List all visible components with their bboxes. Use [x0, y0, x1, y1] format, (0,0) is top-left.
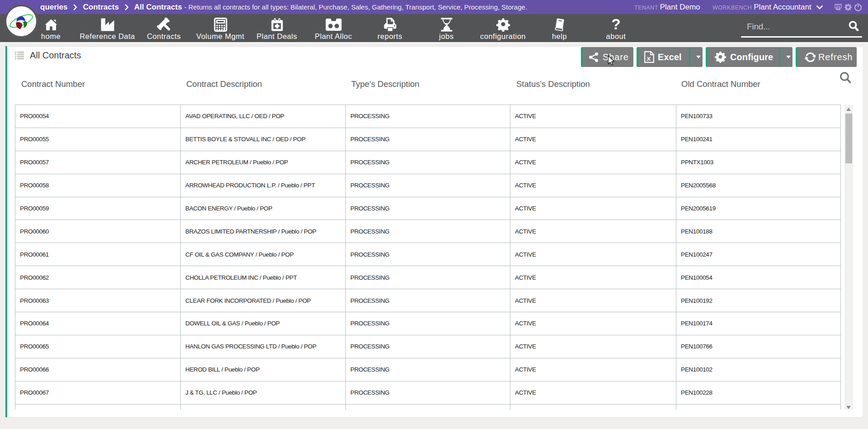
svg-text:x: x [646, 54, 651, 62]
